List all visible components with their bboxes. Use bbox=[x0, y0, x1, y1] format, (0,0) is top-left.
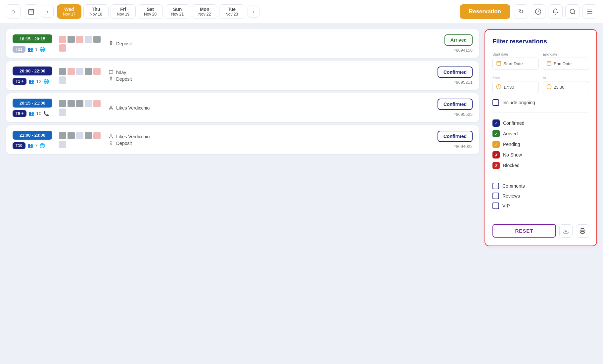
calendar-button[interactable] bbox=[24, 4, 38, 19]
start-date-label: Start date bbox=[492, 52, 539, 56]
pending-dot: ✓ bbox=[492, 141, 500, 148]
to-time-label: to bbox=[543, 76, 589, 80]
bell-button[interactable] bbox=[548, 4, 563, 19]
pending-label: Pending bbox=[503, 142, 520, 147]
vip-label: VIP bbox=[502, 203, 510, 208]
blocked-label: Blocked bbox=[503, 163, 520, 168]
blocked-dot: ✗ bbox=[492, 162, 500, 169]
include-ongoing-checkbox[interactable] bbox=[492, 99, 499, 106]
svg-rect-0 bbox=[29, 9, 34, 14]
comments-label: Comments bbox=[502, 183, 525, 189]
legend-arrived[interactable]: ✓ Arrived bbox=[492, 130, 589, 137]
avatar-area bbox=[59, 34, 102, 53]
main-layout: 18:15 - 20:15 T21 👥 1 🌐 Deposit Arrived … bbox=[0, 23, 603, 252]
time-filter-row: from 17:30 to bbox=[492, 76, 589, 93]
reviews-checkbox[interactable] bbox=[492, 193, 499, 199]
search-button[interactable] bbox=[565, 4, 580, 19]
reservation-card[interactable]: 20:15 - 21:00 T9 + 👥 10 📞 Likes Verdicch… bbox=[6, 93, 479, 122]
divider-1 bbox=[492, 113, 589, 113]
status-button[interactable]: Confirmed bbox=[438, 99, 473, 110]
menu-button[interactable] bbox=[582, 4, 597, 19]
avatar bbox=[76, 36, 83, 43]
from-time-value: 17:30 bbox=[503, 85, 514, 90]
avatar bbox=[68, 132, 75, 139]
status-button[interactable]: Confirmed bbox=[438, 67, 473, 78]
status-button[interactable]: Arrived bbox=[444, 34, 473, 46]
end-date-field: End date End Date bbox=[543, 52, 589, 70]
next-day-button[interactable]: › bbox=[248, 6, 259, 18]
avatar bbox=[93, 68, 101, 75]
table-tag: T10 bbox=[13, 142, 25, 149]
avatar-area bbox=[59, 99, 102, 117]
legend-blocked[interactable]: ✗ Blocked bbox=[492, 162, 589, 169]
calendar-icon-2 bbox=[546, 61, 552, 67]
res-middle: Likes Verdicchio bbox=[109, 99, 428, 117]
avatar bbox=[59, 109, 66, 116]
legend-pending[interactable]: ✓ Pending bbox=[492, 141, 589, 148]
res-left: 18:15 - 20:15 T21 👥 1 🌐 bbox=[13, 34, 52, 53]
noshow-label: No Show bbox=[503, 152, 522, 158]
svg-rect-19 bbox=[547, 62, 551, 66]
filter-panel: Filter reservations Start date Start Dat… bbox=[485, 29, 597, 246]
comments-checkbox[interactable] bbox=[492, 183, 499, 189]
print-button[interactable] bbox=[576, 224, 589, 238]
legend-noshow[interactable]: ✗ No Show bbox=[492, 151, 589, 159]
globe-icon: 🌐 bbox=[39, 143, 45, 148]
res-tags: T9 + 👥 10 📞 bbox=[13, 110, 52, 117]
vip-checkbox[interactable] bbox=[492, 203, 499, 209]
res-id: #8694156 bbox=[453, 48, 473, 53]
res-right: Confirmed #8694022 bbox=[433, 131, 473, 149]
divider-2 bbox=[492, 176, 589, 176]
avatar bbox=[59, 141, 66, 148]
res-deposit: Deposit bbox=[109, 41, 428, 46]
deposit-text: Deposit bbox=[116, 141, 132, 146]
table-tag: T9 + bbox=[13, 110, 26, 117]
day-tab-sat[interactable]: SatNov 20 bbox=[138, 4, 163, 19]
guests-count: 1 bbox=[35, 47, 38, 52]
filter-title: Filter reservations bbox=[492, 38, 589, 45]
to-time-input[interactable]: 23:30 bbox=[543, 81, 589, 93]
res-middle: Deposit bbox=[109, 34, 428, 53]
svg-point-10 bbox=[110, 43, 112, 45]
reservation-card[interactable]: 20:00 - 22:00 T1 + 👥 12 🌐 bday Deposit bbox=[6, 61, 479, 90]
avatar bbox=[59, 36, 66, 43]
avatar bbox=[76, 100, 83, 107]
reservation-button[interactable]: Reservation bbox=[460, 4, 510, 19]
res-tags: T1 + 👥 12 🌐 bbox=[13, 78, 52, 85]
reset-button[interactable]: RESET bbox=[492, 224, 556, 238]
day-tab-tue[interactable]: TueNov 23 bbox=[219, 4, 244, 19]
day-tab-fri[interactable]: FriNov 19 bbox=[111, 4, 136, 19]
arrived-dot: ✓ bbox=[492, 130, 500, 137]
day-tab-sun[interactable]: SunNov 21 bbox=[165, 4, 190, 19]
res-left: 20:00 - 22:00 T1 + 👥 12 🌐 bbox=[13, 67, 52, 85]
avatar bbox=[59, 132, 66, 139]
guests-count: 7 bbox=[35, 143, 38, 148]
day-tab-mon[interactable]: MonNov 22 bbox=[192, 4, 217, 19]
day-tab-thu[interactable]: ThuNov 18 bbox=[83, 4, 109, 19]
res-middle: bday Deposit bbox=[109, 67, 428, 85]
reservation-card[interactable]: 21:00 - 23:00 T10 👥 7 🌐 Likes Verdicchio… bbox=[6, 125, 479, 154]
avatar bbox=[76, 68, 83, 75]
guests-count: 10 bbox=[36, 111, 41, 116]
download-button[interactable] bbox=[559, 224, 573, 238]
reservation-card[interactable]: 18:15 - 20:15 T21 👥 1 🌐 Deposit Arrived … bbox=[6, 29, 479, 58]
top-navigation: ⌂ ‹ WedNov 17ThuNov 18FriNov 19SatNov 20… bbox=[0, 0, 603, 23]
avatar-area bbox=[59, 67, 102, 85]
arrived-label: Arrived bbox=[503, 131, 518, 136]
refresh-button[interactable]: ↻ bbox=[514, 4, 528, 19]
legend-confirmed[interactable]: ✓ Confirmed bbox=[492, 119, 589, 127]
start-date-field: Start date Start Date bbox=[492, 52, 539, 70]
from-time-input[interactable]: 17:30 bbox=[492, 81, 539, 93]
history-button[interactable] bbox=[531, 4, 545, 19]
res-deposit: Deposit bbox=[109, 141, 428, 146]
clock-icon-2 bbox=[546, 84, 552, 90]
home-button[interactable]: ⌂ bbox=[6, 4, 21, 19]
day-tab-wed[interactable]: WedNov 17 bbox=[57, 4, 81, 19]
avatar bbox=[85, 100, 92, 107]
guests-icon: 👥 bbox=[27, 143, 33, 148]
status-button[interactable]: Confirmed bbox=[438, 131, 473, 142]
start-date-input[interactable]: Start Date bbox=[492, 58, 539, 70]
prev-day-button[interactable]: ‹ bbox=[42, 6, 54, 18]
end-date-input[interactable]: End Date bbox=[543, 58, 589, 70]
avatar bbox=[59, 68, 66, 75]
